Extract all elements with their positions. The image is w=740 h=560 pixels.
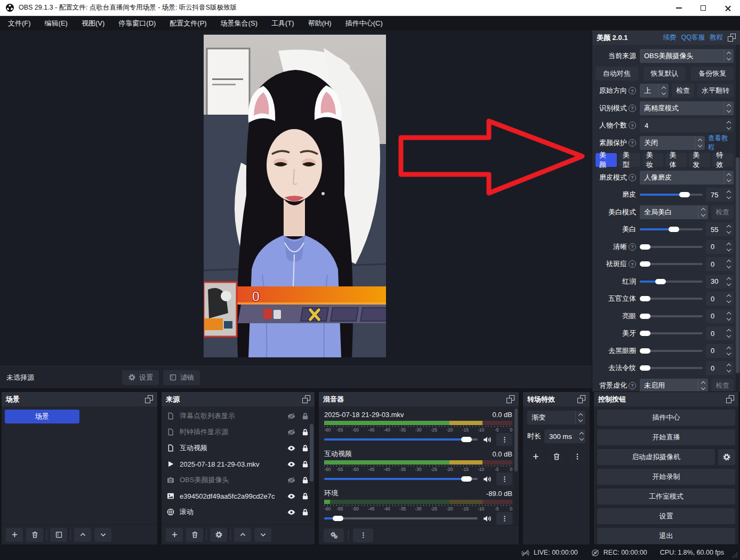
duration-stepper[interactable]: 300 ms [544,429,585,443]
renew-link[interactable]: 续费 [663,33,677,42]
add-transition-button[interactable] [527,449,544,464]
speaker-icon[interactable] [482,514,492,524]
menu-docks[interactable]: 停靠窗口(D) [111,16,163,30]
source-row[interactable]: OBS美颜摄像头 [162,472,315,488]
bright-eyes-slider[interactable] [640,309,703,323]
tab-body[interactable]: 美体 [665,153,687,167]
teeth-value-stepper[interactable]: 0 [706,326,734,340]
scrollbar-thumb[interactable] [736,157,739,373]
start-virtual-camera-button[interactable]: 启动虚拟摄像机 [597,449,715,465]
slider-handle[interactable] [640,244,650,250]
volume-handle[interactable] [461,437,472,442]
source-row[interactable]: 2025-07-18 21-29-03.mkv [162,456,315,472]
help-icon[interactable] [629,243,636,251]
features-slider[interactable] [640,292,703,306]
plugin-center-button[interactable]: 插件中心 [597,410,735,426]
volume-handle[interactable] [333,516,343,521]
menu-view[interactable]: 视图(V) [75,16,111,30]
whiten-mode-select[interactable]: 全局美白 [640,205,708,219]
lock-icon[interactable] [301,476,310,485]
transition-select[interactable]: 渐变 [527,411,585,425]
eye-icon[interactable] [287,508,296,517]
source-properties-button[interactable]: 设置 [122,370,159,385]
slider-handle[interactable] [640,261,650,267]
slider-handle[interactable] [640,365,650,371]
maximize-button[interactable] [691,0,715,16]
channel-options-button[interactable] [496,433,512,446]
scrollbar-thumb[interactable] [310,424,313,482]
lock-icon[interactable] [301,444,310,453]
eye-slash-icon[interactable] [287,412,296,421]
source-down-button[interactable] [254,528,271,542]
beauty-scrollbar[interactable] [736,45,739,390]
scrollbar-thumb[interactable] [514,409,518,471]
virtual-camera-settings-button[interactable] [718,449,735,465]
volume-handle[interactable] [461,476,472,482]
rosy-value-stepper[interactable]: 30 [706,275,734,289]
mixer-options-button[interactable] [353,529,373,542]
speaker-icon[interactable] [482,474,492,484]
smooth-mode-select[interactable]: 人像磨皮 [640,171,734,185]
slider-handle[interactable] [679,192,690,197]
mixer-scrollbar[interactable] [514,407,518,525]
lock-icon[interactable] [301,508,310,517]
help-icon[interactable] [629,139,636,147]
nasolabial-value-stepper[interactable]: 0 [706,361,734,375]
volume-slider[interactable] [324,433,478,446]
popout-icon[interactable] [302,395,310,403]
slider-handle[interactable] [640,331,650,336]
scene-filters-button[interactable] [50,528,67,542]
bg-blur-select[interactable]: 未启用 [640,379,708,393]
tab-effects[interactable]: 特效 [712,153,734,167]
scene-up-button[interactable] [74,528,91,542]
eye-icon[interactable] [287,444,296,453]
slider-handle[interactable] [640,314,650,319]
speaker-icon[interactable] [482,435,492,445]
help-icon[interactable] [629,105,636,112]
menu-tools[interactable]: 工具(T) [264,16,301,30]
help-icon[interactable] [629,260,636,268]
channel-options-button[interactable] [496,473,512,485]
channel-options-button[interactable] [496,512,512,525]
clarity-slider[interactable] [640,240,703,254]
whiten-value-stepper[interactable]: 55 [706,222,734,236]
popout-icon[interactable] [726,395,734,403]
eye-icon[interactable] [287,492,296,501]
menu-help[interactable]: 帮助(H) [301,16,339,30]
exit-button[interactable]: 退出 [597,528,735,544]
tutorial-link[interactable]: 教程 [710,33,723,42]
rosy-slider[interactable] [640,275,703,289]
orientation-select[interactable]: 上 [640,84,669,98]
slider-handle[interactable] [640,348,650,354]
advanced-audio-button[interactable] [324,529,344,542]
eye-slash-icon[interactable] [287,428,296,437]
help-icon[interactable] [629,122,636,129]
studio-mode-button[interactable]: 工作室模式 [597,489,735,505]
tab-beauty[interactable]: 美颜 [596,153,617,167]
source-filters-button[interactable]: 滤镜 [163,370,200,385]
source-row[interactable]: 滚动 [162,504,315,520]
smooth-slider[interactable] [640,188,703,202]
dark-circles-slider[interactable] [640,344,703,358]
features-value-stepper[interactable]: 0 [706,292,734,306]
remove-scene-button[interactable] [26,528,43,542]
popout-icon[interactable] [728,34,736,42]
source-row[interactable]: 弹幕点歌列表显示 [162,408,315,424]
dark-circles-value-stepper[interactable]: 0 [706,344,734,358]
menu-profile[interactable]: 配置文件(P) [163,16,213,30]
menu-file[interactable]: 文件(F) [1,16,38,30]
source-row[interactable]: e394502df49aa5fc2a99cd2e7c [162,488,315,504]
start-streaming-button[interactable]: 开始直播 [597,429,735,445]
menu-scene-collection[interactable]: 场景集合(S) [214,16,264,30]
tab-hair[interactable]: 美发 [689,153,710,167]
slider-handle[interactable] [669,227,679,232]
eye-icon[interactable] [287,460,296,469]
source-row[interactable]: 互动视频 [162,440,315,456]
whiten-slider[interactable] [640,222,703,236]
tab-makeup[interactable]: 美妆 [642,153,664,167]
clarity-value-stepper[interactable]: 0 [706,240,734,254]
slider-handle[interactable] [655,279,666,284]
transition-options-button[interactable] [569,449,585,464]
eye-slash-icon[interactable] [287,476,296,485]
help-icon[interactable] [629,174,636,181]
